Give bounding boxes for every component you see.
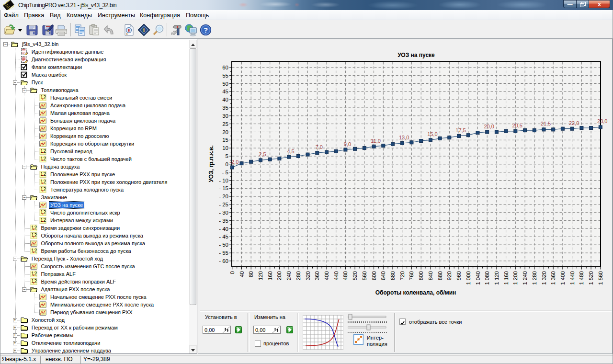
svg-text:7,0: 7,0 bbox=[316, 144, 323, 150]
svg-text:УОЗ, гр.п.к.в.: УОЗ, гр.п.к.в. bbox=[208, 146, 215, 182]
svg-text:320: 320 bbox=[305, 271, 311, 280]
svg-text:1 040: 1 040 bbox=[475, 271, 481, 285]
svg-text:23,0: 23,0 bbox=[597, 118, 607, 124]
svg-text:- 30: - 30 bbox=[219, 210, 228, 216]
svg-text:2,5: 2,5 bbox=[259, 151, 266, 157]
svg-text:- 35: - 35 bbox=[219, 218, 228, 224]
svg-text:800: 800 bbox=[418, 271, 424, 280]
svg-text:17,5: 17,5 bbox=[455, 127, 465, 133]
svg-text:1 480: 1 480 bbox=[579, 271, 584, 285]
svg-text:720: 720 bbox=[399, 271, 405, 280]
svg-text:-2,0: -2,0 bbox=[229, 159, 238, 165]
svg-text:440: 440 bbox=[333, 271, 339, 280]
svg-text:50: 50 bbox=[222, 81, 228, 87]
svg-text:5: 5 bbox=[226, 153, 228, 159]
svg-text:15: 15 bbox=[222, 137, 228, 143]
svg-text:- 10: - 10 bbox=[219, 178, 228, 183]
svg-text:360: 360 bbox=[314, 271, 320, 280]
svg-text:200: 200 bbox=[276, 271, 282, 280]
svg-text:1 320: 1 320 bbox=[541, 271, 547, 285]
svg-text:1 000: 1 000 bbox=[465, 271, 471, 285]
svg-text:11,0: 11,0 bbox=[371, 138, 381, 144]
svg-text:21,5: 21,5 bbox=[541, 121, 551, 126]
svg-text:240: 240 bbox=[286, 271, 292, 280]
svg-text:120: 120 bbox=[258, 271, 263, 280]
svg-text:1 560: 1 560 bbox=[598, 271, 603, 285]
svg-text:- 40: - 40 bbox=[219, 226, 228, 232]
svg-text:1 400: 1 400 bbox=[560, 271, 566, 285]
svg-text:760: 760 bbox=[409, 271, 414, 280]
svg-text:1 520: 1 520 bbox=[588, 271, 594, 285]
svg-text:40: 40 bbox=[239, 271, 245, 277]
svg-text:960: 960 bbox=[456, 271, 462, 280]
svg-text:25: 25 bbox=[222, 121, 228, 127]
svg-text:УОЗ на пуске: УОЗ на пуске bbox=[397, 52, 435, 58]
svg-text:1 440: 1 440 bbox=[569, 271, 575, 285]
svg-text:15,0: 15,0 bbox=[427, 131, 437, 137]
svg-text:520: 520 bbox=[352, 271, 358, 280]
svg-text:920: 920 bbox=[446, 271, 452, 280]
svg-text:- 55: - 55 bbox=[219, 250, 228, 256]
svg-text:- 5: - 5 bbox=[222, 170, 228, 175]
svg-text:13,0: 13,0 bbox=[399, 135, 409, 140]
svg-text:1 160: 1 160 bbox=[503, 271, 509, 285]
svg-text:9,0: 9,0 bbox=[344, 141, 351, 147]
svg-text:1 200: 1 200 bbox=[512, 271, 518, 285]
svg-text:45: 45 bbox=[222, 89, 228, 94]
svg-text:- 15: - 15 bbox=[219, 185, 228, 191]
svg-text:0: 0 bbox=[229, 271, 235, 274]
svg-text:0: 0 bbox=[226, 161, 228, 167]
svg-text:22,0: 22,0 bbox=[569, 120, 579, 126]
svg-text:10: 10 bbox=[222, 145, 228, 151]
svg-text:400: 400 bbox=[324, 271, 329, 280]
svg-text:1 360: 1 360 bbox=[550, 271, 556, 285]
svg-text:480: 480 bbox=[342, 271, 348, 280]
svg-text:600: 600 bbox=[371, 271, 377, 280]
svg-text:55: 55 bbox=[222, 73, 228, 79]
svg-text:840: 840 bbox=[428, 271, 433, 280]
svg-text:1 240: 1 240 bbox=[522, 271, 528, 285]
svg-text:160: 160 bbox=[267, 271, 273, 280]
svg-text:- 20: - 20 bbox=[219, 193, 228, 199]
svg-text:- 50: - 50 bbox=[219, 242, 228, 248]
svg-text:40: 40 bbox=[222, 97, 228, 102]
svg-text:640: 640 bbox=[380, 271, 386, 280]
svg-text:1 080: 1 080 bbox=[484, 271, 490, 285]
svg-text:30: 30 bbox=[222, 113, 228, 119]
svg-text:4,5: 4,5 bbox=[287, 148, 294, 154]
svg-text:20,5: 20,5 bbox=[512, 123, 522, 128]
svg-text:Обороты коленвала, об/мин: Обороты коленвала, об/мин bbox=[375, 289, 456, 296]
svg-text:680: 680 bbox=[390, 271, 396, 280]
svg-text:?: ? bbox=[204, 26, 208, 34]
svg-text:20: 20 bbox=[222, 129, 228, 135]
svg-text:560: 560 bbox=[362, 271, 367, 280]
svg-text:1 280: 1 280 bbox=[532, 271, 537, 285]
svg-text:1 120: 1 120 bbox=[494, 271, 499, 285]
svg-text:80: 80 bbox=[248, 271, 254, 277]
svg-text:- 45: - 45 bbox=[219, 234, 228, 239]
svg-text:60: 60 bbox=[222, 65, 228, 70]
svg-text:280: 280 bbox=[295, 271, 301, 280]
svg-text:880: 880 bbox=[437, 271, 443, 280]
svg-text:35: 35 bbox=[222, 105, 228, 111]
svg-text:- 60: - 60 bbox=[219, 258, 228, 264]
svg-text:20,0: 20,0 bbox=[484, 124, 494, 129]
svg-text:- 25: - 25 bbox=[219, 202, 228, 207]
